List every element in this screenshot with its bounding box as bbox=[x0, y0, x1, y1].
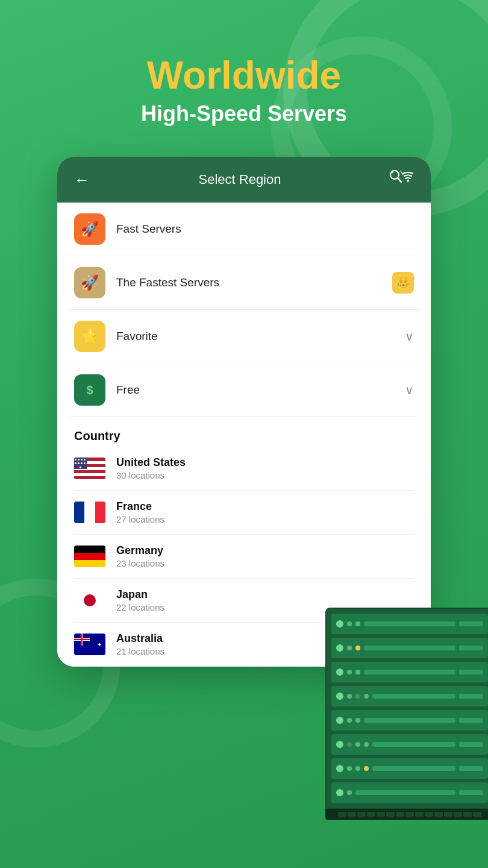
country-item-fr[interactable]: France 27 locations bbox=[74, 491, 414, 535]
favorite-icon: ⭐ bbox=[74, 321, 105, 352]
svg-line-4 bbox=[401, 171, 403, 175]
menu-item-favorite[interactable]: ⭐ Favorite ∨ bbox=[69, 310, 419, 363]
fr-locations: 27 locations bbox=[116, 514, 414, 524]
rack-unit-2 bbox=[331, 638, 488, 658]
rack-unit-4 bbox=[331, 686, 488, 706]
svg-line-1 bbox=[398, 178, 401, 182]
fastest-servers-icon: 🚀 bbox=[74, 267, 105, 298]
rack-unit-6 bbox=[331, 734, 488, 755]
free-icon: $ bbox=[74, 374, 105, 406]
favorite-chevron-icon: ∨ bbox=[405, 329, 414, 344]
main-title: Worldwide bbox=[0, 54, 488, 96]
de-locations: 23 locations bbox=[116, 558, 414, 568]
de-name: Germany bbox=[116, 544, 414, 557]
svg-point-2 bbox=[391, 171, 393, 174]
fastest-servers-label: The Fastest Servers bbox=[116, 276, 392, 289]
country-item-us[interactable]: United States 30 locations bbox=[74, 447, 414, 491]
premium-badge: 👑 bbox=[392, 272, 414, 294]
menu-item-free[interactable]: $ Free ∨ bbox=[69, 363, 419, 417]
wifi-search-icon bbox=[390, 170, 414, 189]
fast-servers-label: Fast Servers bbox=[116, 222, 414, 236]
us-locations: 30 locations bbox=[116, 470, 414, 480]
de-info: Germany 23 locations bbox=[116, 544, 414, 568]
rack-unit-1 bbox=[331, 614, 488, 634]
flag-us bbox=[74, 458, 105, 479]
free-label: Free bbox=[116, 383, 405, 397]
rack-unit-5 bbox=[331, 710, 488, 731]
free-chevron-icon: ∨ bbox=[405, 383, 414, 397]
fr-name: France bbox=[116, 500, 414, 513]
flag-jp bbox=[74, 590, 105, 611]
back-button[interactable]: ← bbox=[74, 171, 90, 189]
header-wifi-icon[interactable] bbox=[390, 170, 414, 189]
svg-point-3 bbox=[407, 180, 409, 182]
country-item-de[interactable]: Germany 23 locations bbox=[74, 535, 414, 579]
rack-unit-8 bbox=[331, 782, 488, 803]
fr-info: France 27 locations bbox=[116, 500, 414, 524]
menu-list: 🚀 Fast Servers 🚀 The Fastest Servers 👑 ⭐… bbox=[57, 203, 431, 417]
jp-name: Japan bbox=[116, 588, 414, 601]
flag-de bbox=[74, 546, 105, 567]
card-header: ← Select Region bbox=[57, 157, 431, 203]
flag-au: ✦ bbox=[74, 634, 105, 655]
favorite-label: Favorite bbox=[116, 330, 405, 343]
card-title: Select Region bbox=[199, 172, 281, 187]
us-name: United States bbox=[116, 456, 414, 469]
main-card: ← Select Region 🚀 Fast Servers 🚀 The F bbox=[57, 157, 431, 667]
main-subtitle: High-Speed Servers bbox=[0, 101, 488, 127]
menu-item-fastest-servers[interactable]: 🚀 The Fastest Servers 👑 bbox=[69, 256, 419, 310]
menu-item-fast-servers[interactable]: 🚀 Fast Servers bbox=[69, 203, 419, 256]
country-heading: Country bbox=[74, 429, 414, 443]
us-info: United States 30 locations bbox=[116, 456, 414, 480]
server-rack-decoration bbox=[325, 608, 488, 820]
page-header: Worldwide High-Speed Servers bbox=[0, 0, 488, 127]
fast-servers-icon: 🚀 bbox=[74, 213, 105, 245]
flag-fr bbox=[74, 502, 105, 523]
rack-unit-7 bbox=[331, 758, 488, 779]
rack-unit-3 bbox=[331, 662, 488, 682]
